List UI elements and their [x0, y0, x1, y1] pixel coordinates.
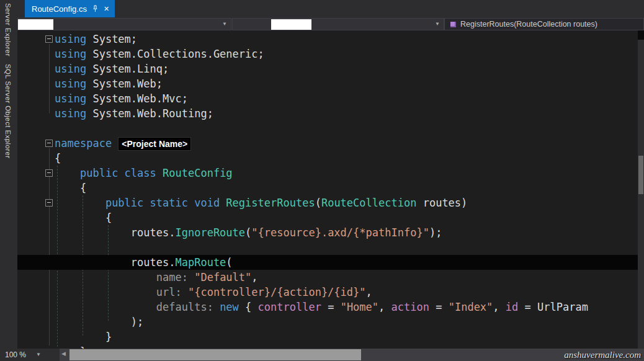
code-token: IgnoreRoute: [175, 226, 245, 239]
scroll-left-icon[interactable]: ◀: [61, 351, 66, 357]
fold-marker-icon[interactable]: [45, 35, 53, 43]
code-token: {: [55, 212, 112, 224]
code-token: using: [55, 33, 92, 45]
fold-marker-icon[interactable]: [45, 199, 53, 207]
code-token: System.Linq;: [92, 63, 169, 75]
code-line: using System;: [17, 32, 638, 47]
code-token: "{controller}/{action}/{id}": [188, 286, 366, 298]
vertical-scrollbar-thumb[interactable]: [638, 156, 643, 194]
zoom-level: 100 %: [5, 350, 26, 359]
code-token: System.Collections.Generic;: [92, 48, 264, 60]
sidebar-item-sql-server-object-explorer[interactable]: SQL Server Object Explorer: [4, 64, 12, 159]
redacted-type-box: [271, 19, 311, 30]
code-line: );: [17, 314, 638, 329]
close-icon[interactable]: ✕: [104, 6, 109, 12]
code-token: );: [55, 316, 143, 328]
left-tool-strip: Server Explorer SQL Server Object Explor…: [0, 0, 17, 361]
member-dropdown[interactable]: RegisterRoutes(RouteCollection routes): [444, 18, 644, 30]
code-token: "Index": [449, 301, 493, 313]
code-line: namespace <Project Name>: [17, 136, 638, 151]
fold-marker-icon[interactable]: [45, 140, 53, 147]
code-token: using: [55, 48, 92, 60]
code-token: using: [55, 78, 92, 90]
code-line: }: [17, 329, 638, 344]
code-token: [55, 271, 156, 283]
code-token: public class: [80, 167, 163, 179]
chevron-down-icon: ▼: [36, 352, 41, 357]
code-line: using System.Linq;: [17, 61, 638, 76]
code-token: UrlParam: [537, 301, 588, 313]
code-line: defaults: new { controller = "Home", act…: [17, 300, 638, 314]
code-token: ,: [378, 301, 391, 313]
code-token: =: [518, 301, 537, 313]
code-token: routes.: [55, 226, 175, 239]
code-editor[interactable]: using System;using System.Collections.Ge…: [17, 30, 638, 349]
code-token: [55, 167, 80, 179]
type-dropdown[interactable]: ▼: [232, 18, 444, 30]
code-line: using System.Web;: [17, 76, 638, 91]
pin-icon[interactable]: [92, 5, 99, 12]
code-line: {: [17, 180, 638, 195]
vertical-scrollbar[interactable]: [638, 30, 644, 349]
code-token: (: [245, 226, 251, 239]
sidebar-item-server-explorer[interactable]: Server Explorer: [4, 3, 12, 56]
code-token: ,: [251, 271, 257, 283]
code-token: {: [55, 152, 61, 164]
code-token: (: [226, 256, 232, 269]
horizontal-scrollbar-thumb[interactable]: [69, 349, 361, 360]
code-token: System.Web.Routing;: [92, 107, 213, 120]
code-line: [17, 121, 638, 136]
code-token: "Home": [341, 301, 378, 313]
code-line: routes.IgnoreRoute("{resource}.axd/{*pat…: [17, 225, 638, 240]
tab-label: RouteConfig.cs: [32, 4, 87, 14]
code-token: (: [315, 197, 321, 209]
code-lines: using System;using System.Collections.Ge…: [17, 30, 638, 349]
code-token: "Default": [194, 271, 251, 283]
tab-routeconfig[interactable]: RouteConfig.cs ✕: [25, 0, 115, 17]
member-label: RegisterRoutes(RouteCollection routes): [460, 20, 597, 29]
code-line: name: "Default",: [17, 270, 638, 285]
code-line: using System.Collections.Generic;: [17, 47, 638, 61]
code-token: RouteCollection: [321, 197, 417, 209]
fold-marker-icon[interactable]: [45, 169, 53, 177]
code-token: ,: [366, 286, 372, 298]
code-token: System;: [92, 33, 137, 45]
code-token: using: [55, 107, 92, 120]
code-token: new: [220, 301, 239, 313]
code-token: RegisterRoutes: [226, 197, 315, 209]
redacted-project-box: [18, 19, 53, 30]
code-token: name:: [156, 271, 194, 283]
scrollbar-top-button[interactable]: [638, 30, 644, 40]
code-token: RouteConfig: [163, 167, 233, 179]
project-dropdown[interactable]: ▼: [17, 18, 231, 30]
horizontal-scrollbar[interactable]: ◀: [60, 349, 644, 361]
code-line: [17, 240, 638, 255]
code-token: );: [429, 226, 442, 239]
code-token: =: [429, 301, 449, 313]
code-line: using System.Web.Mvc;: [17, 91, 638, 106]
code-line-current: routes.MapRoute(: [17, 255, 638, 270]
chevron-down-icon: ▼: [222, 22, 231, 27]
code-token: System.Web;: [92, 78, 163, 90]
code-token: using: [55, 63, 92, 75]
code-token: }: [55, 331, 112, 343]
navigation-bar: ▼ ▼ RegisterRoutes(RouteCollection route…: [17, 17, 644, 30]
code-token: action: [391, 301, 429, 313]
code-token: =: [321, 301, 341, 313]
code-line: {: [17, 151, 638, 166]
status-bar: 100 % ▼ ◀ anshuvermalive.com: [0, 349, 644, 361]
code-token: routes): [416, 197, 467, 209]
code-line: public static void RegisterRoutes(RouteC…: [17, 195, 638, 210]
code-line: url: "{controller}/{action}/{id}",: [17, 285, 638, 300]
method-icon: [450, 22, 456, 27]
code-token: [55, 286, 156, 298]
document-tab-bar: RouteConfig.cs ✕: [17, 0, 644, 17]
code-line: using System.Web.Routing;: [17, 106, 638, 121]
code-token: controller: [258, 301, 321, 313]
code-token: [55, 197, 105, 209]
zoom-control[interactable]: 100 % ▼: [0, 349, 60, 361]
code-token: defaults:: [156, 301, 220, 313]
code-token: public static void: [105, 197, 226, 209]
code-token: System.Web.Mvc;: [92, 92, 188, 105]
code-token: routes.: [55, 256, 175, 269]
